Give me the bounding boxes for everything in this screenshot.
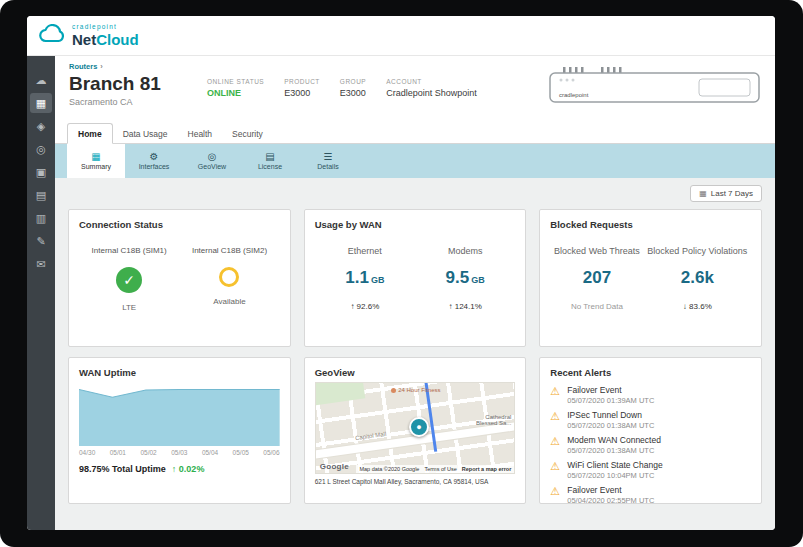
router-header: Routers › Branch 81 Sacramento CA ONLINE…: [55, 56, 775, 122]
tab-health[interactable]: Health: [178, 124, 223, 143]
account-value: Cradlepoint Showpoint: [386, 88, 477, 98]
card-title: WAN Uptime: [79, 367, 280, 378]
blocked-web-threats-trend: No Trend Data: [554, 302, 640, 311]
alert-name: WiFi Client State Change: [567, 460, 662, 470]
available-ring-icon: [219, 267, 239, 287]
dashboard-icon[interactable]: ▦: [30, 93, 52, 113]
warning-icon: ⚠: [550, 435, 560, 447]
field-label: ONLINE STATUS: [207, 78, 264, 85]
group-value: E3000: [340, 88, 366, 98]
cradlepoint-cloud-logo-icon[interactable]: [39, 24, 65, 48]
blocked-web-threats-value: 207: [554, 268, 640, 288]
map-poi-24-hour-fitness: 24 Hour Fitness: [391, 387, 440, 393]
alert-row[interactable]: ⚠ Failover Event 05/04/2020 02:55PM UTC: [550, 485, 751, 505]
alert-name: IPSec Tunnel Down: [567, 410, 654, 420]
subtab-details[interactable]: ☰ Details: [299, 144, 357, 178]
warning-icon: ⚠: [550, 460, 560, 472]
field-label: ACCOUNT: [386, 78, 477, 85]
brand-netcloud-label: NetCloud: [72, 32, 139, 47]
wan-uptime-chart: [79, 386, 280, 446]
content-column: Routers › Branch 81 Sacramento CA ONLINE…: [55, 56, 775, 530]
subtab-interfaces[interactable]: ⚙ Interfaces: [125, 144, 183, 178]
report-map-error-link[interactable]: Report a map error: [462, 466, 512, 472]
field-product: PRODUCT E3000: [284, 78, 320, 98]
modems-trend: ↑ 124.1%: [446, 302, 485, 311]
subtab-license[interactable]: ▤ License: [241, 144, 299, 178]
connected-check-icon: ✓: [116, 267, 142, 293]
blocked-policy-violations: Blocked Policy Violations 2.6k ↓ 83.6%: [647, 246, 747, 311]
alert-row[interactable]: ⚠ Failover Event 05/07/2020 01:39AM UTC: [550, 385, 751, 405]
map-poi-cathedral: Cathedral Blessed Sa...: [476, 414, 511, 426]
card-title: Usage by WAN: [315, 219, 516, 230]
online-status-value: ONLINE: [207, 88, 264, 98]
warning-icon: ⚠: [550, 385, 560, 397]
time-range-label: Last 7 Days: [711, 189, 753, 198]
subtab-label: Interfaces: [139, 163, 170, 170]
geoview-map[interactable]: 24 Hour Fitness Capitol Mall Cathedral B…: [315, 382, 516, 474]
field-online-status: ONLINE STATUS ONLINE: [207, 78, 264, 98]
tools-icon[interactable]: ✎: [30, 231, 52, 251]
modems-usage: Modems 9.5GB ↑ 124.1%: [446, 246, 485, 311]
alert-time: 05/07/2020 10:04PM UTC: [567, 471, 662, 480]
sim2-name: Internal C18B (SIM2): [192, 246, 267, 255]
wan-uptime-chart-wrap: 04/3005/01 05/0205/03 05/0405/05 05/06: [79, 386, 280, 456]
subtab-bar: ▦ Summary ⚙ Interfaces ◎ GeoView ▤ Licen…: [55, 144, 775, 178]
left-nav-sidebar: ☁ ▦ ◈ ◎ ▣ ▤ ▥ ✎ ✉: [27, 56, 55, 530]
alert-name: Modem WAN Connected: [567, 435, 661, 445]
geoview-nav-icon[interactable]: ◎: [30, 139, 52, 159]
subtab-label: GeoView: [198, 163, 226, 170]
window-frame: cradlepoint NetCloud ☁ ▦ ◈ ◎ ▣ ▤ ▥ ✎ ✉: [0, 0, 803, 547]
reports-icon[interactable]: ▥: [30, 208, 52, 228]
interfaces-icon: ⚙: [150, 152, 159, 162]
chart-x-axis-labels: 04/3005/01 05/0205/03 05/0405/05 05/06: [79, 449, 280, 456]
sim1-name: Internal C18B (SIM1): [92, 246, 167, 255]
google-logo[interactable]: Google: [320, 462, 349, 471]
blocked-policy-violations-value: 2.6k: [647, 268, 747, 288]
field-label: GROUP: [340, 78, 366, 85]
router-product-image: cradlepoint: [549, 66, 761, 108]
tab-security[interactable]: Security: [222, 124, 273, 143]
card-title: Blocked Requests: [550, 219, 751, 230]
field-label: PRODUCT: [284, 78, 320, 85]
alert-row[interactable]: ⚠ IPSec Tunnel Down 05/07/2020 01:38AM U…: [550, 410, 751, 430]
warning-icon: ⚠: [550, 485, 560, 497]
alert-time: 05/07/2020 01:39AM UTC: [567, 396, 654, 405]
modems-usage-value: 9.5GB: [446, 268, 485, 288]
time-range-button[interactable]: ▦ Last 7 Days: [690, 185, 762, 202]
ethernet-usage-value: 1.1GB: [345, 268, 384, 288]
messages-icon[interactable]: ✉: [30, 254, 52, 274]
network-icon[interactable]: ◈: [30, 116, 52, 136]
metric-name: Ethernet: [345, 246, 384, 256]
alerts-list: ⚠ Failover Event 05/07/2020 01:39AM UTC …: [550, 385, 751, 505]
summary-icon: ▦: [91, 152, 100, 162]
product-value: E3000: [284, 88, 320, 98]
brand-wordmark[interactable]: cradlepoint NetCloud: [72, 24, 139, 47]
license-icon: ▤: [265, 152, 274, 162]
warning-icon: ⚠: [550, 410, 560, 422]
netcloud-app-window: cradlepoint NetCloud ☁ ▦ ◈ ◎ ▣ ▤ ▥ ✎ ✉: [27, 16, 775, 530]
sim1-status: Internal C18B (SIM1) ✓ LTE: [92, 246, 167, 312]
map-attribution: Map data ©2020 Google Terms of Use Repor…: [356, 465, 514, 473]
chevron-right-icon: ›: [100, 62, 103, 71]
tab-home[interactable]: Home: [67, 123, 113, 144]
page-tabs: Home Data Usage Health Security: [55, 122, 775, 144]
card-title: Connection Status: [79, 219, 280, 230]
cloud-icon[interactable]: ☁: [30, 70, 52, 90]
uptime-trend: ↑ 0.02%: [172, 464, 205, 474]
wan-uptime-card: WAN Uptime 04/3005/01 05/0205/03 05/0405…: [68, 357, 291, 504]
subtab-label: License: [258, 163, 282, 170]
subtab-geoview[interactable]: ◎ GeoView: [183, 144, 241, 178]
subtab-label: Summary: [81, 163, 111, 170]
documents-icon[interactable]: ▤: [30, 185, 52, 205]
details-icon: ☰: [324, 152, 333, 162]
alert-row[interactable]: ⚠ WiFi Client State Change 05/07/2020 10…: [550, 460, 751, 480]
tab-data-usage[interactable]: Data Usage: [113, 124, 178, 143]
subtab-summary[interactable]: ▦ Summary: [67, 144, 125, 178]
usage-by-wan-card: Usage by WAN Ethernet 1.1GB ↑ 92.6%: [304, 209, 527, 347]
terms-of-use-link[interactable]: Terms of Use: [424, 466, 456, 472]
calendar-icon: ▦: [699, 189, 707, 198]
breadcrumb-routers-link[interactable]: Routers: [69, 62, 97, 71]
alert-row[interactable]: ⚠ Modem WAN Connected 05/07/2020 01:38AM…: [550, 435, 751, 455]
media-icon[interactable]: ▣: [30, 162, 52, 182]
connection-status-card: Connection Status Internal C18B (SIM1) ✓…: [68, 209, 291, 347]
